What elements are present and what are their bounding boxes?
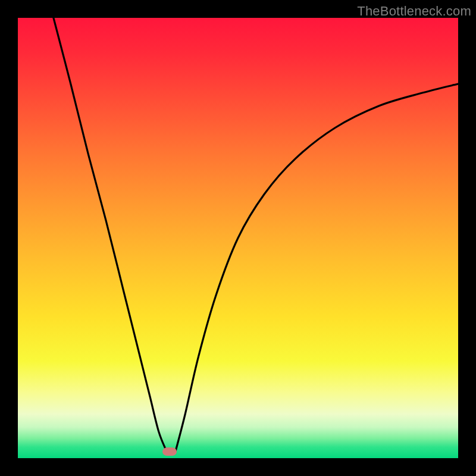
bottleneck-curve xyxy=(18,18,458,458)
plot-frame xyxy=(18,18,458,458)
optimal-point-marker xyxy=(162,447,177,456)
watermark-text: TheBottleneck.com xyxy=(357,4,471,19)
